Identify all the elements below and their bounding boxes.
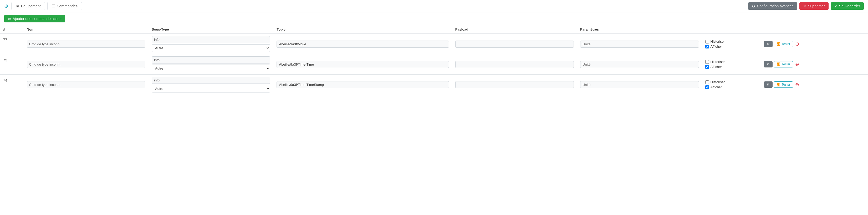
historiser-label-74[interactable]: Historiser bbox=[705, 80, 758, 84]
tab-commandes-label: Commandes bbox=[57, 4, 78, 8]
subtype-select-75[interactable]: Autre Type1 Type2 bbox=[152, 64, 270, 72]
commands-table-container: # Nom Sous-Type Topic Payload Paramètres… bbox=[0, 25, 868, 95]
gear-button-75[interactable]: ⚙ bbox=[764, 61, 773, 68]
afficher-checkbox-77[interactable] bbox=[705, 45, 709, 49]
historiser-label-75[interactable]: Historiser bbox=[705, 60, 758, 64]
remove-button-75[interactable]: ⊖ bbox=[794, 61, 800, 67]
subtype-value-input-74[interactable] bbox=[152, 77, 270, 84]
cell-name-77 bbox=[24, 34, 149, 54]
remove-button-77[interactable]: ⊖ bbox=[794, 41, 800, 47]
historiser-checkbox-75[interactable] bbox=[705, 60, 709, 64]
subtype-select-77[interactable]: Autre Type1 Type2 bbox=[152, 44, 270, 52]
table-header: # Nom Sous-Type Topic Payload Paramètres bbox=[0, 25, 868, 34]
subtype-value-input-75[interactable] bbox=[152, 56, 270, 63]
row-id-74: 74 bbox=[0, 75, 24, 95]
cell-topic-77 bbox=[273, 34, 452, 54]
gear-button-77[interactable]: ⚙ bbox=[764, 41, 773, 47]
table-row: 74 Autre Type1 Type2 bbox=[0, 75, 868, 95]
cell-params-75 bbox=[577, 54, 702, 75]
home-icon[interactable]: ⊕ bbox=[4, 3, 8, 9]
cell-name-74 bbox=[24, 75, 149, 95]
tab-equipement[interactable]: 🖥 Equipement bbox=[11, 2, 45, 10]
cell-options-74: Historiser Afficher bbox=[702, 75, 761, 95]
sauvegarder-label: Sauvegarder bbox=[839, 4, 860, 8]
row-id-77: 77 bbox=[0, 34, 24, 54]
name-input-77[interactable] bbox=[27, 41, 145, 48]
gear-button-74[interactable]: ⚙ bbox=[764, 81, 773, 88]
remove-icon-77: ⊖ bbox=[795, 42, 799, 47]
historiser-checkbox-77[interactable] bbox=[705, 40, 709, 44]
config-avancee-button[interactable]: ⚙ Configuration avancée bbox=[748, 2, 797, 10]
cell-params-74 bbox=[577, 75, 702, 95]
cell-actions-77: ⚙ 📶 Tester ⊖ bbox=[761, 34, 868, 54]
name-input-74[interactable] bbox=[27, 81, 145, 88]
tester-button-77[interactable]: 📶 Tester bbox=[774, 41, 793, 47]
unite-input-75[interactable] bbox=[580, 61, 699, 68]
delete-icon: ✕ bbox=[803, 4, 806, 8]
gear-icon: ⚙ bbox=[752, 4, 755, 8]
signal-icon-74: 📶 bbox=[777, 83, 780, 86]
gear-icon-75: ⚙ bbox=[767, 62, 770, 66]
cell-topic-74 bbox=[273, 75, 452, 95]
cell-payload-74 bbox=[452, 75, 577, 95]
historiser-label-77[interactable]: Historiser bbox=[705, 39, 758, 44]
unite-input-77[interactable] bbox=[580, 41, 699, 48]
topic-input-75[interactable] bbox=[277, 61, 449, 68]
subtype-value-input-77[interactable] bbox=[152, 36, 270, 43]
afficher-checkbox-75[interactable] bbox=[705, 65, 709, 69]
cell-actions-74: ⚙ 📶 Tester ⊖ bbox=[761, 75, 868, 95]
cell-payload-77 bbox=[452, 34, 577, 54]
name-input-75[interactable] bbox=[27, 61, 145, 68]
add-commande-button[interactable]: ⊕ Ajouter une commande action bbox=[4, 15, 65, 22]
cell-name-75 bbox=[24, 54, 149, 75]
gear-icon-77: ⚙ bbox=[767, 42, 770, 46]
add-icon: ⊕ bbox=[8, 17, 11, 21]
remove-icon-75: ⊖ bbox=[795, 62, 799, 67]
tester-button-74[interactable]: 📶 Tester bbox=[774, 81, 793, 88]
subtype-select-74[interactable]: Autre Type1 Type2 bbox=[152, 85, 270, 92]
tab-equipement-label: Equipement bbox=[21, 4, 41, 8]
col-payload: Payload bbox=[452, 25, 577, 34]
equipement-icon: 🖥 bbox=[16, 4, 20, 8]
toolbar: ⊕ Ajouter une commande action bbox=[0, 12, 868, 25]
cell-options-75: Historiser Afficher bbox=[702, 54, 761, 75]
col-soustype: Sous-Type bbox=[149, 25, 273, 34]
payload-input-74[interactable] bbox=[455, 81, 574, 88]
col-params: Paramètres bbox=[577, 25, 702, 34]
supprimer-label: Supprimer bbox=[808, 4, 825, 8]
col-options bbox=[702, 25, 761, 34]
tab-commandes[interactable]: ☰ Commandes bbox=[47, 2, 82, 10]
historiser-text: Historiser bbox=[711, 60, 725, 64]
afficher-label-77[interactable]: Afficher bbox=[705, 45, 758, 49]
payload-input-77[interactable] bbox=[455, 41, 574, 48]
tester-label-77: Tester bbox=[781, 42, 790, 46]
unite-input-74[interactable] bbox=[580, 81, 699, 88]
save-icon: ✓ bbox=[834, 4, 838, 8]
afficher-text: Afficher bbox=[711, 85, 722, 89]
sauvegarder-button[interactable]: ✓ Sauvegarder bbox=[831, 2, 864, 10]
historiser-checkbox-74[interactable] bbox=[705, 80, 709, 84]
afficher-text: Afficher bbox=[711, 65, 722, 69]
historiser-text: Historiser bbox=[711, 80, 725, 84]
afficher-label-75[interactable]: Afficher bbox=[705, 65, 758, 69]
afficher-checkbox-74[interactable] bbox=[705, 85, 709, 89]
topic-input-74[interactable] bbox=[277, 81, 449, 88]
remove-button-74[interactable]: ⊖ bbox=[794, 82, 800, 87]
supprimer-button[interactable]: ✕ Supprimer bbox=[799, 2, 829, 10]
gear-icon-74: ⚙ bbox=[767, 83, 770, 86]
table-row: 77 Autre Type1 Type2 bbox=[0, 34, 868, 54]
payload-input-75[interactable] bbox=[455, 61, 574, 68]
commandes-icon: ☰ bbox=[52, 4, 55, 8]
afficher-label-74[interactable]: Afficher bbox=[705, 85, 758, 89]
col-actions bbox=[761, 25, 868, 34]
tester-button-75[interactable]: 📶 Tester bbox=[774, 61, 793, 68]
cell-actions-75: ⚙ 📶 Tester ⊖ bbox=[761, 54, 868, 75]
cell-topic-75 bbox=[273, 54, 452, 75]
table-row: 75 Autre Type1 Type2 bbox=[0, 54, 868, 75]
afficher-text: Afficher bbox=[711, 45, 722, 49]
topic-input-77[interactable] bbox=[277, 41, 449, 48]
cell-payload-75 bbox=[452, 54, 577, 75]
signal-icon-75: 📶 bbox=[777, 62, 780, 66]
config-avancee-label: Configuration avancée bbox=[757, 4, 794, 8]
cell-soustype-77: Autre Type1 Type2 bbox=[149, 34, 273, 54]
